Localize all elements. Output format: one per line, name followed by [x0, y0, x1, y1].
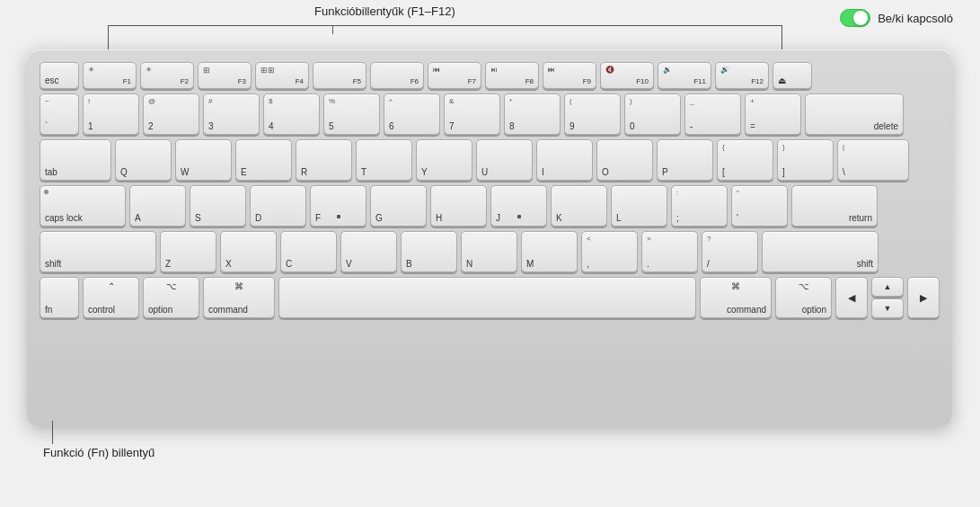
key-command-right[interactable]: ⌘ command: [700, 277, 772, 318]
tab-key-row: tab Q W E R T Y U I O P { [ } ] | \: [40, 139, 940, 181]
key-f2[interactable]: ☀ F2: [140, 62, 194, 89]
bottom-key-row: fn ⌃ control ⌥ option ⌘ command ⌘ comman…: [40, 277, 940, 318]
key-0[interactable]: ) 0: [624, 93, 681, 135]
key-l[interactable]: L: [611, 185, 667, 227]
key-eject[interactable]: ⏏: [773, 62, 812, 89]
key-k[interactable]: K: [551, 185, 607, 227]
key-j[interactable]: J: [490, 185, 547, 227]
key-f10[interactable]: 🔇 F10: [600, 62, 654, 89]
key-capslock[interactable]: caps lock: [40, 185, 126, 227]
key-arrow-left[interactable]: ◀: [835, 277, 868, 318]
key-backslash[interactable]: | \: [837, 139, 909, 181]
key-q[interactable]: Q: [115, 139, 172, 181]
key-f12[interactable]: 🔊 F12: [715, 62, 769, 89]
key-2[interactable]: @ 2: [143, 93, 199, 135]
key-y[interactable]: Y: [416, 139, 472, 181]
key-f[interactable]: F: [310, 185, 366, 227]
toggle-knob: [853, 11, 868, 25]
key-comma[interactable]: < ,: [581, 231, 638, 272]
key-8[interactable]: * 8: [504, 93, 561, 135]
key-m[interactable]: M: [521, 231, 578, 272]
key-a[interactable]: A: [129, 185, 186, 227]
key-shift-left[interactable]: shift: [40, 231, 156, 272]
key-n[interactable]: N: [461, 231, 517, 272]
key-f4[interactable]: ⊞⊞ F4: [255, 62, 309, 89]
key-option-left[interactable]: ⌥ option: [143, 277, 199, 318]
key-tab[interactable]: tab: [40, 139, 111, 181]
key-shift-right[interactable]: shift: [762, 231, 878, 272]
bracket-v-left: [108, 25, 109, 50]
arrow-keys-group: ◀ ▲ ▼ ▶: [835, 277, 940, 318]
arrow-up-down-group: ▲ ▼: [871, 277, 904, 318]
fn-key-row: esc ☀ F1 ☀ F2 ⊞ F3 ⊞⊞ F4 F5 F6: [40, 62, 940, 89]
key-7[interactable]: & 7: [444, 93, 500, 135]
key-g[interactable]: G: [370, 185, 427, 227]
key-esc[interactable]: esc: [40, 62, 79, 89]
key-3[interactable]: # 3: [203, 93, 260, 135]
key-quote[interactable]: " ': [731, 185, 788, 227]
bracket-line-left: [108, 25, 332, 26]
key-d[interactable]: D: [250, 185, 306, 227]
key-period[interactable]: > .: [641, 231, 698, 272]
key-z[interactable]: Z: [160, 231, 216, 272]
key-v[interactable]: V: [340, 231, 397, 272]
key-4[interactable]: $ 4: [263, 93, 320, 135]
toggle-label: Be/ki kapcsoló: [878, 12, 953, 25]
key-5[interactable]: % 5: [323, 93, 380, 135]
key-arrow-down[interactable]: ▼: [871, 298, 904, 318]
key-arrow-up[interactable]: ▲: [871, 277, 904, 297]
key-f9[interactable]: ⏭ F9: [543, 62, 596, 89]
key-b[interactable]: B: [401, 231, 457, 272]
key-f3[interactable]: ⊞ F3: [198, 62, 252, 89]
key-h[interactable]: H: [430, 185, 487, 227]
key-w[interactable]: W: [175, 139, 232, 181]
key-u[interactable]: U: [476, 139, 533, 181]
bracket-center-down: [332, 25, 333, 34]
key-1[interactable]: ! 1: [83, 93, 139, 135]
key-s[interactable]: S: [190, 185, 246, 227]
key-rbracket[interactable]: } ]: [777, 139, 834, 181]
key-option-right[interactable]: ⌥ option: [775, 277, 832, 318]
bracket-v-right: [781, 25, 782, 50]
fkeys-annotation-label: Funkcióbillentyűk (F1–F12): [314, 4, 455, 18]
toggle-switch[interactable]: [840, 9, 870, 27]
key-f6[interactable]: F6: [370, 62, 424, 89]
key-f7[interactable]: ⏮ F7: [428, 62, 481, 89]
key-e[interactable]: E: [235, 139, 292, 181]
key-9[interactable]: ( 9: [564, 93, 621, 135]
key-slash[interactable]: ? /: [702, 231, 758, 272]
key-control[interactable]: ⌃ control: [83, 277, 139, 318]
key-backtick[interactable]: ~ `: [40, 93, 79, 135]
key-fn[interactable]: fn: [40, 277, 79, 318]
key-minus[interactable]: _ -: [684, 93, 741, 135]
key-f5[interactable]: F5: [313, 62, 366, 89]
key-f8[interactable]: ⏯ F8: [485, 62, 539, 89]
key-c[interactable]: C: [280, 231, 337, 272]
key-delete[interactable]: delete: [805, 93, 904, 135]
keyboard: esc ☀ F1 ☀ F2 ⊞ F3 ⊞⊞ F4 F5 F6: [27, 49, 952, 427]
shift-key-row: shift Z X C V B N M < , > . ? / shift: [40, 231, 940, 272]
key-arrow-right[interactable]: ▶: [907, 277, 940, 318]
fn-annotation-line: [52, 421, 53, 444]
key-return[interactable]: return: [791, 185, 878, 227]
key-t[interactable]: T: [356, 139, 412, 181]
key-space[interactable]: [278, 277, 696, 318]
toggle-area: Be/ki kapcsoló: [840, 9, 953, 27]
key-f1[interactable]: ☀ F1: [83, 62, 137, 89]
key-f11[interactable]: 🔉 F11: [658, 62, 711, 89]
key-x[interactable]: X: [220, 231, 277, 272]
caps-key-row: caps lock A S D F G H J K L : ; " ': [40, 185, 940, 227]
fn-annotation-label: Funkció (Fn) billentyű: [43, 444, 155, 460]
key-r[interactable]: R: [296, 139, 352, 181]
key-i[interactable]: I: [536, 139, 593, 181]
num-key-row: ~ ` ! 1 @ 2 # 3 $ 4 % 5: [40, 93, 940, 135]
key-6[interactable]: ^ 6: [384, 93, 440, 135]
key-lbracket[interactable]: { [: [717, 139, 773, 181]
key-equals[interactable]: + =: [745, 93, 801, 135]
key-o[interactable]: O: [596, 139, 653, 181]
key-semicolon[interactable]: : ;: [671, 185, 728, 227]
key-command-left[interactable]: ⌘ command: [203, 277, 275, 318]
bracket-line-right: [332, 25, 781, 26]
key-p[interactable]: P: [657, 139, 713, 181]
